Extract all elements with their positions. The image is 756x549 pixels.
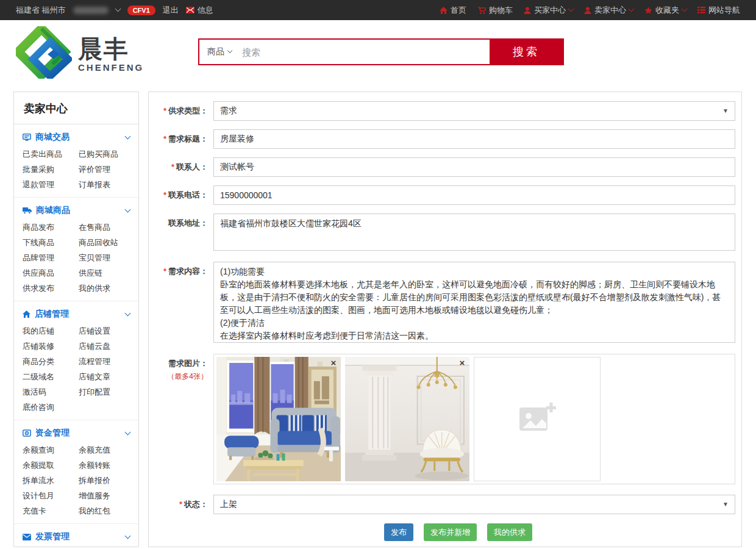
sidebar-link-订单报表[interactable]: 订单报表 [79,180,130,189]
site-logo[interactable]: 晨丰 CHENFENG [16,26,144,81]
logo-subtitle: CHENFENG [78,62,144,73]
username-blurred [73,7,109,14]
phone-label: 联系电话： [168,190,208,199]
sidebar-link-品牌管理[interactable]: 品牌管理 [23,253,79,262]
star-icon [644,7,652,14]
sidebar-link-余额提取[interactable]: 余额提取 [23,461,79,470]
sidebar-link-余额充值[interactable]: 余额充值 [79,445,130,454]
sidebar-link-批量采购[interactable]: 批量采购 [23,165,79,174]
sidebar-link-宝贝管理[interactable]: 宝贝管理 [79,253,130,262]
发布-button[interactable]: 发布 [384,523,413,541]
sidebar-section-header[interactable]: 商城交易 [23,132,130,143]
living-room-blue-sofa-photo [216,357,341,481]
sidebar-section-header[interactable]: 资金管理 [23,428,130,439]
topbar-nav-收藏夹[interactable]: 收藏夹 [644,5,686,16]
chevron-down-icon [227,48,232,53]
contact-input[interactable] [213,157,735,177]
title-input[interactable] [213,129,735,149]
topbar-nav-首页[interactable]: 首页 [440,5,466,16]
chevron-down-icon [125,133,131,139]
sidebar-link-我的供求[interactable]: 我的供求 [79,284,130,293]
sidebar-link-下线商品[interactable]: 下线商品 [23,238,79,247]
sidebar-section-header[interactable]: 发票管理 [23,531,130,542]
region-label[interactable]: 福建省 福州市 [16,5,66,16]
envelope-icon [23,534,31,540]
sidebar-link-底价咨询[interactable]: 底价咨询 [23,403,79,412]
sidebar-link-二级域名[interactable]: 二级域名 [23,372,79,381]
发布并新增-button[interactable]: 发布并新增 [424,523,477,541]
address-textarea[interactable]: 福建省福州市鼓楼区大儒世家花园4区 [213,214,735,251]
status-select[interactable]: 上架 ▼ [213,495,735,514]
sidebar-link-评价管理[interactable]: 评价管理 [79,165,130,174]
sidebar-section-header[interactable]: 店铺管理 [23,309,130,320]
sidebar-link-打印配置[interactable]: 打印配置 [79,387,130,396]
image-upload-area: × [213,354,735,484]
topbar-nav-购物车[interactable]: 购物车 [477,5,513,16]
logout-link[interactable]: 退出 [163,5,179,16]
form-row-type: *供求类型： 需求 ▼ [154,101,735,121]
sidebar-link-设计包月[interactable]: 设计包月 [23,491,79,500]
sidebar-link-商品发布[interactable]: 商品发布 [23,223,79,232]
sidebar-link-余额查询[interactable]: 余额查询 [23,445,79,454]
type-select[interactable]: 需求 ▼ [213,101,735,121]
sidebar-section-header[interactable]: 商城商品 [23,205,130,216]
sidebar-link-我的店铺[interactable]: 我的店铺 [23,326,79,336]
image-upload-box[interactable] [474,357,601,481]
sidebar-link-店铺云盘[interactable]: 店铺云盘 [79,342,130,351]
sidebar-link-拆单报价[interactable]: 拆单报价 [79,476,130,485]
sidebar-link-供应链[interactable]: 供应链 [79,268,130,278]
search-button[interactable]: 搜索 [490,40,563,64]
chevron-down-icon [125,429,131,435]
envelope-icon [186,7,194,13]
sidebar-link-增值服务[interactable]: 增值服务 [79,491,130,500]
sidebar-link-店铺装修[interactable]: 店铺装修 [23,342,79,351]
monitor-icon [23,134,31,141]
logo-title: 晨丰 [78,35,144,62]
sidebar-link-我的红包[interactable]: 我的红包 [79,506,130,515]
chevron-down-icon [125,310,131,316]
messages-link[interactable]: 信息 [186,5,213,16]
search-category-select[interactable]: 商品 [199,40,240,64]
sidebar-link-商品分类[interactable]: 商品分类 [23,357,79,366]
images-label: 需求图片： [168,359,208,368]
form-row-address: 联系地址： 福建省福州市鼓楼区大儒世家花园4区 [154,214,735,253]
topbar-nav-卖家中心[interactable]: 卖家中心 [584,5,633,16]
sidebar-link-已卖出商品[interactable]: 已卖出商品 [23,149,79,159]
我的供求-button[interactable]: 我的供求 [487,523,532,541]
topbar-nav-买家中心[interactable]: 买家中心 [524,5,573,16]
money-icon [23,429,31,437]
sidebar-link-激活码[interactable]: 激活码 [23,387,79,396]
shop-icon [23,310,30,318]
sidebar-link-退款管理[interactable]: 退款管理 [23,180,79,189]
uploaded-image-2: × [345,357,469,481]
sidebar-link-拆单流水[interactable]: 拆单流水 [23,476,79,485]
topbar-nav-网站导航[interactable]: 网站导航 [697,5,740,16]
chevron-down-icon [682,6,688,12]
form-row-title: *需求标题： [154,129,735,149]
sidebar-link-店铺文章[interactable]: 店铺文章 [79,372,130,381]
sidebar-link-余额转账[interactable]: 余额转账 [79,461,130,470]
sidebar-link-店铺设置[interactable]: 店铺设置 [79,326,130,336]
status-label: 状态： [184,500,208,509]
sidebar-sections: 商城交易已卖出商品已购买商品批量采购评价管理退款管理订单报表商城商品商品发布在售… [14,124,138,547]
chevron-down-icon[interactable] [115,6,121,12]
list-icon [697,7,705,13]
address-label: 联系地址： [168,218,208,228]
cart-icon [477,7,486,14]
sidebar-link-供应商品[interactable]: 供应商品 [23,268,79,278]
phone-input[interactable] [213,185,735,205]
remove-image-2-button[interactable]: × [457,358,468,369]
sidebar-link-充值卡[interactable]: 充值卡 [23,506,79,515]
content-label: 需求内容： [168,267,208,276]
search-input[interactable] [240,40,490,64]
remove-image-1-button[interactable]: × [328,358,339,369]
content-textarea[interactable]: (1)功能需要 卧室的地面装修材料要选择木地板，尤其是老年入的卧室，这样可以避免… [213,262,735,343]
topbar-nav: 首页购物车买家中心卖家中心收藏夹网站导航 [440,5,740,16]
sidebar-link-在售商品[interactable]: 在售商品 [79,223,130,232]
sidebar-link-商品回收站[interactable]: 商品回收站 [79,238,130,247]
sidebar-link-供求发布[interactable]: 供求发布 [23,284,79,293]
sidebar-link-已购买商品[interactable]: 已购买商品 [79,149,130,159]
form-row-phone: *联系电话： [154,185,735,205]
sidebar-section-资金管理: 资金管理余额查询余额充值余额提取余额转账拆单流水拆单报价设计包月增值服务充值卡我… [14,420,138,524]
sidebar-link-流程管理[interactable]: 流程管理 [79,357,130,366]
